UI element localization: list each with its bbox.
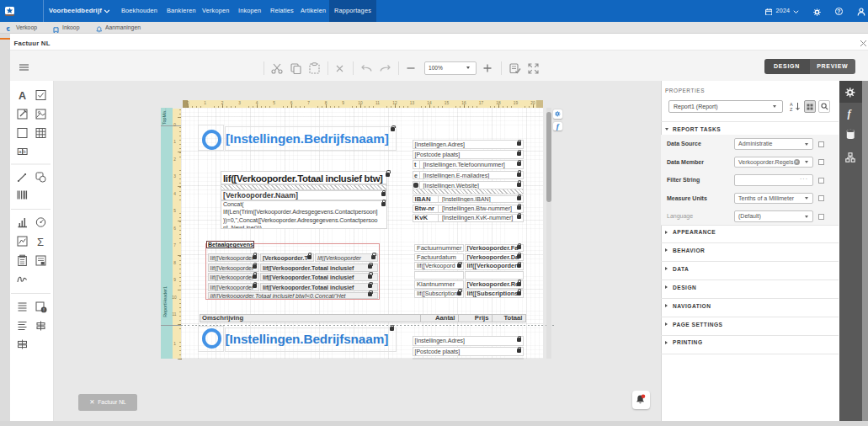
svg-text:A: A — [19, 89, 26, 101]
svg-text:Σ: Σ — [37, 235, 44, 248]
svg-text:a: a — [19, 149, 22, 154]
svg-text:Z: Z — [790, 107, 793, 112]
svg-text:A: A — [790, 102, 793, 107]
svg-text:b: b — [24, 149, 26, 154]
